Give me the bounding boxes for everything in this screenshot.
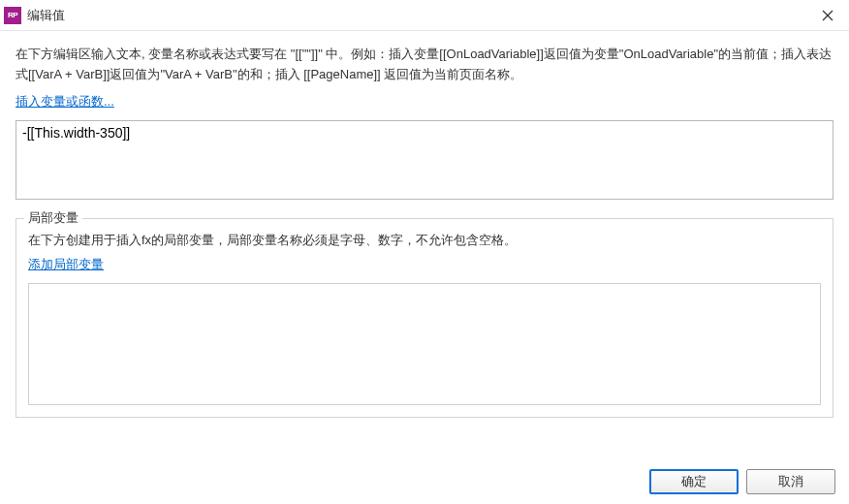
dialog-content: 在下方编辑区输入文本, 变量名称或表达式要写在 "[[""]]" 中。例如：插入… bbox=[0, 31, 849, 424]
window-title: 编辑值 bbox=[27, 7, 65, 24]
insert-variable-link[interactable]: 插入变量或函数... bbox=[16, 93, 114, 110]
expression-instruction: 在下方编辑区输入文本, 变量名称或表达式要写在 "[[""]]" 中。例如：插入… bbox=[16, 45, 833, 85]
close-button[interactable] bbox=[806, 0, 849, 31]
ok-button[interactable]: 确定 bbox=[649, 469, 739, 494]
app-icon: RP bbox=[4, 7, 21, 24]
cancel-button[interactable]: 取消 bbox=[746, 469, 835, 494]
close-icon bbox=[822, 10, 833, 21]
local-variables-fieldset: 局部变量 在下方创建用于插入fx的局部变量，局部变量名称必须是字母、数字，不允许… bbox=[16, 218, 833, 419]
dialog-footer: 确定 取消 bbox=[649, 469, 835, 494]
local-variables-instruction: 在下方创建用于插入fx的局部变量，局部变量名称必须是字母、数字，不允许包含空格。 bbox=[28, 231, 821, 251]
titlebar: RP 编辑值 bbox=[0, 0, 849, 31]
local-variables-list[interactable] bbox=[28, 283, 821, 405]
local-variables-legend: 局部变量 bbox=[24, 209, 82, 227]
expression-input[interactable] bbox=[16, 120, 833, 200]
add-local-variable-link[interactable]: 添加局部变量 bbox=[28, 256, 104, 273]
